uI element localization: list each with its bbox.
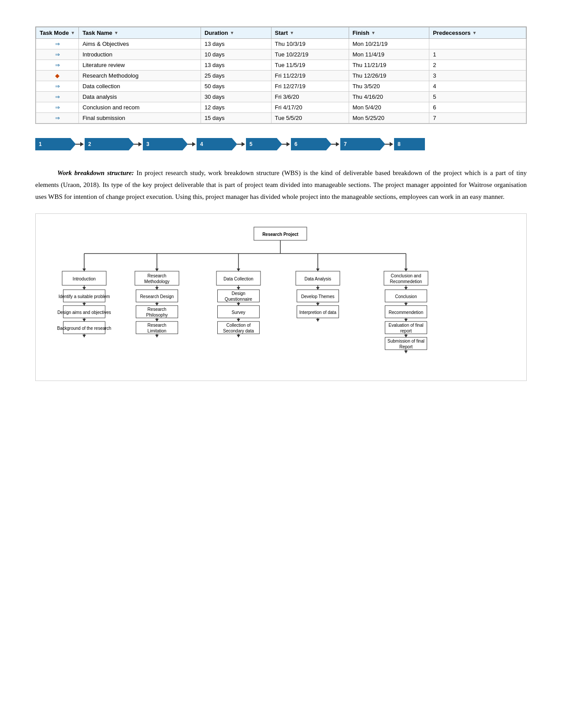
svg-marker-64: [316, 269, 320, 271]
gantt-arrowhead: [138, 142, 142, 146]
task-mode-cell: ◆: [36, 71, 79, 81]
svg-text:Conclusion and: Conclusion and: [391, 273, 421, 278]
task-pred-cell: 6: [429, 102, 526, 113]
task-mode-icon: ⇒: [55, 104, 60, 111]
task-mode-cell: ⇒: [36, 49, 79, 60]
svg-text:Design: Design: [231, 291, 245, 296]
svg-marker-62: [237, 335, 240, 337]
task-mode-icon: ⇒: [55, 62, 60, 68]
task-name-cell: Aims & Objectives: [79, 39, 201, 49]
gantt-bar: 3: [143, 138, 182, 150]
sort-arrow-pred: ▼: [472, 30, 476, 35]
svg-text:Recommendetion: Recommendetion: [389, 310, 423, 315]
wbs-diagram-wrapper: Research ProjectIntroductionIdentify a s…: [35, 213, 527, 381]
task-start-cell: Fri 4/17/20: [271, 102, 349, 113]
svg-text:Interpretion of data: Interpretion of data: [299, 310, 336, 315]
svg-text:Research: Research: [148, 323, 167, 328]
task-duration-cell: 10 days: [201, 49, 271, 60]
task-name-cell: Final submission: [79, 113, 201, 123]
svg-text:Background of the research: Background of the research: [57, 326, 112, 331]
task-duration-cell: 13 days: [201, 60, 271, 71]
task-duration-cell: 15 days: [201, 113, 271, 123]
svg-marker-87: [404, 303, 408, 306]
svg-text:Submission of final: Submission of final: [387, 339, 424, 343]
svg-marker-91: [404, 319, 408, 321]
svg-text:Methodology: Methodology: [144, 279, 169, 284]
col-header-duration: Duration ▼: [201, 27, 271, 39]
task-pred-cell: 4: [429, 81, 526, 92]
task-start-cell: Tue 5/5/20: [271, 113, 349, 123]
task-name-cell: Data collection: [79, 81, 201, 92]
task-mode-icon: ⇒: [55, 41, 60, 47]
svg-marker-78: [404, 269, 408, 271]
table-row: ⇒ Aims & Objectives 13 days Thu 10/3/19 …: [36, 39, 526, 49]
table-row: ⇒ Data analysis 30 days Fri 3/6/20 Thu 4…: [36, 92, 526, 102]
gantt-arrowhead: [80, 142, 84, 146]
gantt-bar: 1: [35, 138, 71, 150]
task-mode-icon: ⇒: [55, 93, 60, 100]
svg-text:Research Design: Research Design: [140, 294, 174, 299]
task-start-cell: Fri 12/27/19: [271, 81, 349, 92]
body-text-wbs: Work breakdown structure: In project res…: [35, 167, 527, 203]
gantt-arrowhead: [192, 142, 196, 146]
svg-marker-68: [316, 287, 320, 290]
gantt-table: Task Mode ▼ Task Name ▼ Duration ▼: [36, 27, 526, 123]
gantt-bar: 4: [197, 138, 232, 150]
svg-marker-53: [237, 303, 240, 306]
task-mode-icon: ⇒: [55, 83, 60, 90]
svg-marker-48: [237, 287, 240, 290]
gantt-arrowhead: [287, 142, 290, 146]
svg-marker-57: [237, 319, 240, 321]
svg-marker-72: [316, 303, 320, 306]
sort-arrow-duration: ▼: [230, 30, 234, 35]
svg-text:Philosophy: Philosophy: [146, 313, 168, 317]
table-row: ◆ Research Methodolog 25 days Fri 11/22/…: [36, 71, 526, 81]
gantt-table-section: Task Mode ▼ Task Name ▼ Duration ▼: [35, 26, 527, 154]
task-finish-cell: Mon 10/21/19: [349, 39, 429, 49]
col-header-finish: Finish ▼: [349, 27, 429, 39]
gantt-bar-section: 12345678: [35, 134, 527, 154]
svg-marker-32: [155, 303, 159, 306]
task-start-cell: Fri 11/22/19: [271, 71, 349, 81]
task-mode-cell: ⇒: [36, 113, 79, 123]
svg-text:Secondary data: Secondary data: [223, 329, 254, 333]
svg-text:report: report: [400, 329, 412, 333]
task-mode-icon: ⇒: [55, 51, 60, 58]
task-mode-icon: ⇒: [55, 115, 60, 121]
svg-marker-13: [82, 303, 86, 306]
svg-text:Conclusion: Conclusion: [395, 294, 417, 299]
task-finish-cell: Mon 5/4/20: [349, 102, 429, 113]
svg-text:Questionnaire: Questionnaire: [225, 297, 253, 302]
task-name-cell: Research Methodolog: [79, 71, 201, 81]
col-header-task-mode: Task Mode ▼: [36, 27, 79, 39]
task-start-cell: Tue 10/22/19: [271, 49, 349, 60]
task-pred-cell: 5: [429, 92, 526, 102]
svg-marker-96: [404, 335, 408, 337]
gantt-bar: 5: [246, 138, 277, 150]
task-start-cell: Tue 11/5/19: [271, 60, 349, 71]
svg-text:Recommedetion: Recommedetion: [390, 279, 422, 284]
svg-text:Data Analysis: Data Analysis: [305, 276, 331, 281]
table-row: ⇒ Introduction 10 days Tue 10/22/19 Mon …: [36, 49, 526, 60]
svg-marker-42: [155, 335, 159, 337]
svg-marker-5: [82, 269, 86, 271]
svg-marker-9: [82, 287, 86, 290]
svg-marker-23: [155, 269, 159, 271]
gantt-bar: 7: [340, 138, 380, 150]
gantt-bar: 2: [85, 138, 129, 150]
svg-marker-83: [404, 287, 408, 290]
col-header-predecessors: Predecessors ▼: [429, 27, 526, 39]
svg-text:Data Collection: Data Collection: [223, 276, 253, 281]
svg-marker-101: [404, 351, 408, 353]
svg-text:Survey: Survey: [231, 310, 245, 315]
col-header-task-name: Task Name ▼: [79, 27, 201, 39]
col-header-start: Start ▼: [271, 27, 349, 39]
task-mode-icon: ◆: [55, 72, 60, 79]
svg-text:Research: Research: [148, 307, 167, 312]
task-finish-cell: Thu 3/5/20: [349, 81, 429, 92]
svg-text:Design aims and objectives: Design aims and objectives: [57, 310, 111, 315]
table-row: ⇒ Conclusion and recom 12 days Fri 4/17/…: [36, 102, 526, 113]
task-mode-cell: ⇒: [36, 92, 79, 102]
wbs-svg-container: Research ProjectIntroductionIdentify a s…: [40, 223, 522, 372]
task-finish-cell: Thu 11/21/19: [349, 60, 429, 71]
